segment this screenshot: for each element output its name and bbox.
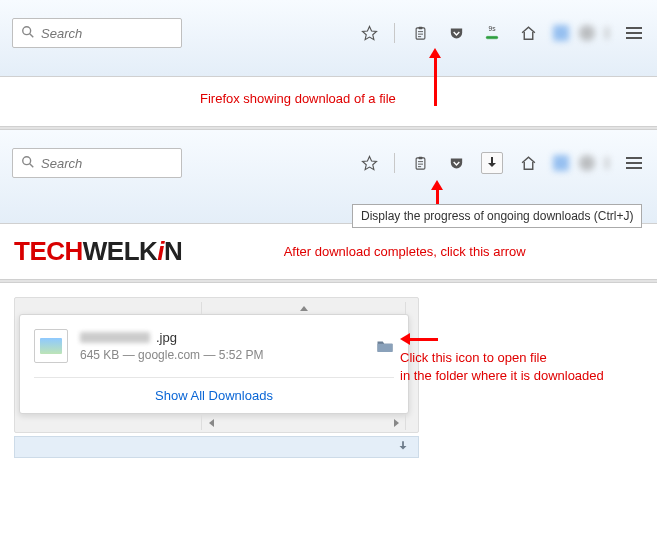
- divider: [394, 153, 395, 173]
- file-meta: 645 KB — google.com — 5:52 PM: [80, 348, 364, 362]
- downloads-tooltip: Display the progress of ongoing download…: [352, 204, 642, 228]
- svg-rect-12: [416, 157, 425, 168]
- toolbar-completed: Display the progress of ongoing download…: [0, 130, 657, 224]
- svg-point-0: [23, 26, 31, 34]
- star-icon[interactable]: [358, 22, 380, 44]
- search-input[interactable]: [41, 156, 173, 171]
- search-icon: [21, 25, 35, 42]
- search-box[interactable]: [12, 18, 182, 48]
- toolbar-downloading: 9s: [0, 0, 657, 77]
- svg-text:9s: 9s: [488, 25, 496, 32]
- search-icon: [21, 155, 35, 172]
- star-icon[interactable]: [358, 152, 380, 174]
- pocket-icon[interactable]: [445, 22, 467, 44]
- annotation-open-folder: Click this icon to open file in the fold…: [400, 333, 604, 384]
- file-name: .jpg: [80, 330, 364, 345]
- pocket-icon[interactable]: [445, 152, 467, 174]
- divider: [394, 23, 395, 43]
- downloads-popup: .jpg 645 KB — google.com — 5:52 PM Show …: [19, 314, 409, 414]
- caption-downloading: Firefox showing download of a file: [0, 77, 657, 126]
- search-input[interactable]: [41, 26, 173, 41]
- bottom-download-bar: [14, 436, 419, 458]
- show-all-downloads-link[interactable]: Show All Downloads: [155, 388, 273, 403]
- svg-rect-17: [378, 344, 393, 352]
- file-thumbnail: [34, 329, 68, 363]
- menu-icon[interactable]: [623, 152, 645, 174]
- annotation-arrow-1: [429, 48, 441, 106]
- download-item[interactable]: .jpg 645 KB — google.com — 5:52 PM: [34, 329, 394, 363]
- scroll-horiz-icons[interactable]: [202, 416, 405, 430]
- menu-icon[interactable]: [623, 22, 645, 44]
- folder-icon[interactable]: [376, 339, 394, 353]
- blurred-items: [553, 25, 609, 41]
- downloads-panel-section: .jpg 645 KB — google.com — 5:52 PM Show …: [0, 283, 657, 472]
- home-icon[interactable]: [517, 152, 539, 174]
- svg-line-1: [30, 33, 34, 37]
- clipboard-icon[interactable]: [409, 22, 431, 44]
- download-progress-icon[interactable]: 9s: [481, 22, 503, 44]
- downloads-panel-outer: .jpg 645 KB — google.com — 5:52 PM Show …: [14, 297, 419, 433]
- brand-logo: TECHWELKiN: [0, 224, 182, 279]
- svg-point-10: [23, 156, 31, 164]
- clipboard-icon[interactable]: [409, 152, 431, 174]
- search-box[interactable]: [12, 148, 182, 178]
- scroll-up-icon[interactable]: [202, 302, 405, 314]
- caption-completed: After download completes, click this arr…: [182, 244, 657, 259]
- svg-rect-3: [418, 26, 422, 29]
- svg-rect-13: [418, 156, 422, 159]
- download-arrow-icon[interactable]: [396, 439, 410, 456]
- svg-rect-2: [416, 27, 425, 38]
- home-icon[interactable]: [517, 22, 539, 44]
- svg-rect-8: [486, 36, 498, 39]
- svg-line-11: [30, 163, 34, 167]
- download-arrow-icon[interactable]: [481, 152, 503, 174]
- blurred-items: [553, 155, 609, 171]
